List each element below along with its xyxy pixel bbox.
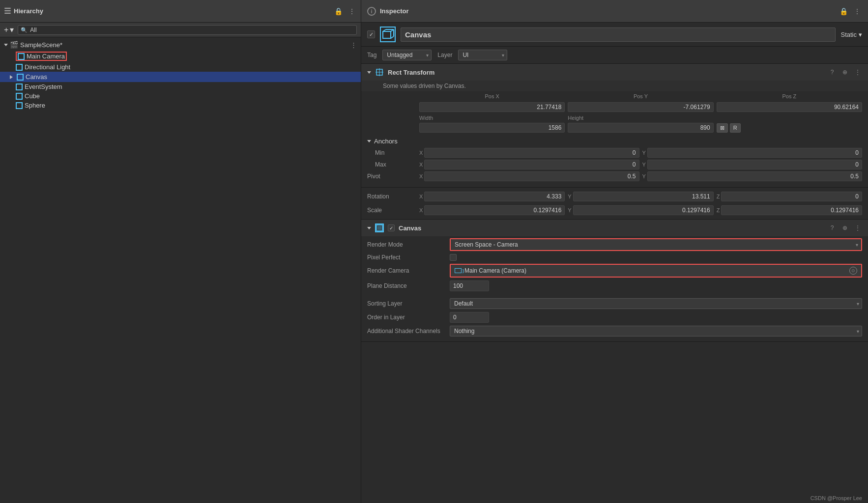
- rotation-z-field: Z: [717, 192, 862, 201]
- anchors-title-text: Anchors: [374, 138, 398, 145]
- anchors-min-y-input[interactable]: [647, 148, 862, 158]
- render-camera-select-icon[interactable]: ⊙: [849, 267, 857, 275]
- pivot-y-input[interactable]: [647, 171, 862, 181]
- inspector-title-group: i Inspector: [367, 7, 409, 16]
- tag-dropdown[interactable]: Untagged: [382, 50, 432, 60]
- rect-control-buttons: ⊠ R: [717, 123, 862, 133]
- add-button[interactable]: + ▾: [4, 25, 14, 34]
- object-enabled-checkbox[interactable]: ✓: [367, 30, 375, 38]
- scale-z-input[interactable]: [721, 205, 862, 215]
- render-camera-field[interactable]: Main Camera (Camera) ⊙: [450, 264, 862, 278]
- rotation-z-label: Z: [717, 194, 720, 199]
- render-mode-value: Screen Space - Camera ▾: [450, 238, 862, 251]
- hierarchy-item-canvas[interactable]: Canvas: [0, 72, 361, 82]
- render-mode-row: Render Mode Screen Space - Camera ▾: [367, 238, 862, 251]
- shader-channels-dropdown[interactable]: Nothing: [450, 326, 862, 336]
- rotation-y-field: Y: [568, 192, 713, 201]
- static-button[interactable]: Static ▾: [840, 31, 862, 38]
- scale-y-input[interactable]: [573, 205, 714, 215]
- canvas-expand-icon: [10, 75, 13, 79]
- anchors-min-y-field: Y: [642, 148, 863, 158]
- rect-transform-help-icon[interactable]: ?: [828, 68, 837, 77]
- event-system-label: EventSystem: [25, 83, 62, 90]
- render-mode-dropdown[interactable]: Screen Space - Camera: [451, 239, 861, 250]
- rect-transform-more-icon[interactable]: ⋮: [853, 68, 862, 77]
- inspector-more-icon[interactable]: ⋮: [852, 6, 862, 16]
- canvas-comp-title: Canvas: [399, 224, 421, 232]
- pixel-perfect-checkbox[interactable]: [450, 254, 457, 261]
- plane-distance-input[interactable]: [450, 280, 489, 291]
- hierarchy-item-main-camera[interactable]: Main Camera: [0, 50, 361, 62]
- scale-x-field: X: [419, 205, 565, 215]
- pivot-x-input[interactable]: [424, 171, 639, 181]
- more-options-icon[interactable]: ⋮: [347, 6, 357, 16]
- anchors-max-row: Max X Y: [367, 160, 862, 169]
- scale-label: Scale: [367, 207, 416, 214]
- rotation-x-input[interactable]: [424, 192, 565, 201]
- hierarchy-item-cube[interactable]: Cube: [0, 91, 361, 101]
- canvas-comp-enabled-checkbox[interactable]: ✓: [388, 224, 395, 231]
- canvas-comp-position-icon[interactable]: ⊕: [840, 224, 849, 232]
- anchors-min-row: Min X Y: [367, 148, 862, 158]
- hierarchy-item-directional-light[interactable]: Directional Light: [0, 62, 361, 72]
- rect-transform-position-icon[interactable]: ⊕: [840, 68, 849, 77]
- plane-distance-row: Plane Distance: [367, 280, 862, 291]
- cube-label: Cube: [25, 92, 40, 100]
- pos-x-header: Pos X: [419, 93, 565, 99]
- anchors-title[interactable]: Anchors: [367, 138, 862, 145]
- rotation-z-input[interactable]: [721, 192, 862, 201]
- scene-header[interactable]: 🎬 SampleScene* ⋮: [0, 39, 361, 50]
- rect-corners-btn[interactable]: ⊠: [717, 123, 728, 133]
- anchors-min-x-input[interactable]: [424, 148, 639, 158]
- hierarchy-item-event-system[interactable]: EventSystem: [0, 82, 361, 91]
- rotation-x-field: X: [419, 192, 565, 201]
- scene-icon: 🎬: [10, 41, 18, 49]
- width-input[interactable]: [419, 123, 565, 133]
- shader-channels-dropdown-wrapper: Nothing ▾: [450, 326, 862, 336]
- pos-x-input[interactable]: [419, 102, 565, 112]
- sorting-layer-label: Sorting Layer: [367, 300, 446, 307]
- anchors-max-x-label: X: [419, 162, 423, 168]
- hierarchy-item-sphere[interactable]: Sphere: [0, 101, 361, 110]
- lock-icon[interactable]: 🔒: [333, 6, 343, 16]
- canvas-comp-more-icon[interactable]: ⋮: [853, 224, 862, 232]
- directional-light-label: Directional Light: [25, 63, 70, 71]
- svg-rect-0: [383, 31, 391, 38]
- scale-x-label: X: [419, 207, 423, 213]
- anchors-max-y-input[interactable]: [647, 160, 862, 169]
- pos-y-input[interactable]: [568, 102, 713, 112]
- render-mode-label: Render Mode: [367, 241, 446, 248]
- tag-layer-row: Tag Untagged ▾ Layer UI ▾: [361, 47, 868, 64]
- canvas-comp-help-icon[interactable]: ?: [828, 224, 837, 232]
- rotation-y-input[interactable]: [573, 192, 714, 201]
- pos-y-header: Pos Y: [568, 93, 713, 99]
- order-in-layer-input[interactable]: [450, 312, 489, 323]
- credit-text: CSDN @Prosper Lee: [810, 495, 862, 501]
- canvas-object-icon: [380, 27, 396, 42]
- scale-x-input[interactable]: [424, 205, 565, 215]
- height-input[interactable]: [568, 123, 713, 133]
- hierarchy-content: 🎬 SampleScene* ⋮ Main Camera Directional…: [0, 37, 361, 503]
- layer-dropdown[interactable]: UI: [458, 50, 507, 60]
- static-dropdown-arrow: ▾: [859, 31, 862, 38]
- search-wrapper: 🔍: [18, 25, 357, 35]
- pos-z-input[interactable]: [717, 102, 862, 112]
- order-in-layer-row: Order in Layer: [367, 312, 862, 323]
- scene-options-icon[interactable]: ⋮: [350, 41, 357, 49]
- sorting-layer-dropdown[interactable]: Default: [450, 298, 862, 309]
- object-name-input[interactable]: [401, 28, 836, 42]
- camera-icon: [455, 268, 462, 273]
- hierarchy-title-text: Hierarchy: [14, 7, 43, 15]
- rect-reset-btn[interactable]: R: [730, 123, 741, 133]
- layer-dropdown-wrapper: UI ▾: [458, 50, 507, 60]
- rect-transform-expand-icon: [367, 71, 371, 74]
- anchors-max-x-input[interactable]: [424, 160, 639, 169]
- canvas-component-header[interactable]: ✓ Canvas ? ⊕ ⋮: [361, 220, 868, 236]
- hierarchy-panel: ☰ Hierarchy 🔒 ⋮ + ▾ 🔍 🎬 SampleScene* ⋮: [0, 0, 361, 503]
- hierarchy-title: ☰ Hierarchy: [4, 6, 43, 16]
- rect-transform-header[interactable]: Rect Transform ? ⊕ ⋮: [361, 64, 868, 81]
- search-input[interactable]: [18, 25, 357, 35]
- inspector-lock-icon[interactable]: 🔒: [839, 6, 848, 16]
- height-header: Height: [568, 115, 713, 121]
- main-camera-highlight-box: Main Camera: [16, 52, 67, 61]
